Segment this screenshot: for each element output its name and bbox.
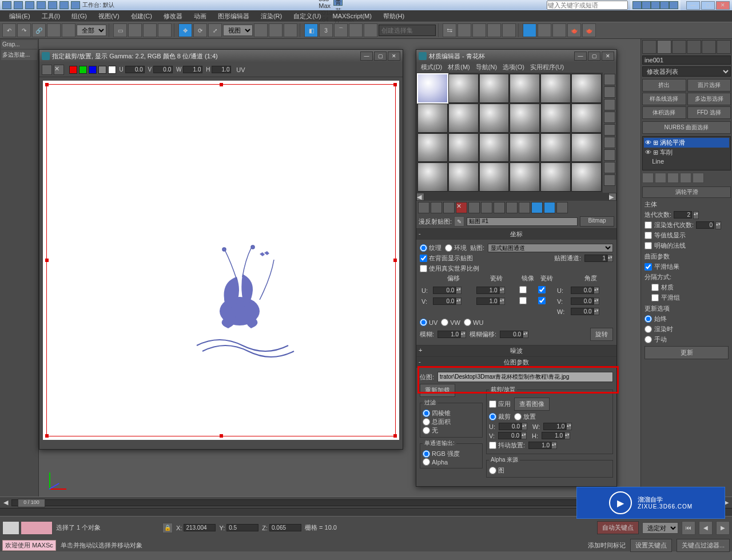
sample-slot[interactable] — [479, 74, 510, 103]
keyboard-shortcut-icon[interactable] — [284, 23, 297, 37]
go-forward-icon[interactable] — [556, 202, 568, 213]
filter-pyramid-radio[interactable] — [423, 410, 430, 417]
minimize-button[interactable]: — — [686, 1, 700, 10]
mtl-id-icon[interactable] — [506, 202, 518, 213]
menu-modifiers[interactable]: 修改器 — [159, 11, 187, 22]
key-filters-button[interactable]: 关键点过滤器... — [677, 539, 730, 552]
select-manip-icon[interactable] — [269, 23, 283, 37]
rotate-button[interactable]: 旋转 — [590, 328, 613, 341]
channel-mono-icon[interactable] — [108, 66, 116, 74]
crop-close-button[interactable]: ✕ — [388, 51, 400, 61]
menu-tools[interactable]: 工具(I) — [37, 11, 65, 22]
tab-graphite[interactable]: Grap... — [1, 40, 37, 49]
link-icon[interactable]: 🔗 — [32, 23, 46, 37]
sample-slot[interactable] — [510, 104, 540, 133]
time-prev-icon[interactable]: ◀ — [3, 499, 8, 506]
stack-show-icon[interactable] — [655, 173, 666, 183]
matmenu-material[interactable]: 材质(M) — [445, 62, 472, 73]
unlink-icon[interactable] — [47, 23, 61, 37]
make-copy-icon[interactable] — [468, 202, 480, 213]
sample-slot[interactable] — [571, 104, 602, 133]
u-tile-input[interactable] — [476, 287, 499, 294]
render-iter-checkbox[interactable] — [645, 221, 652, 229]
menu-views[interactable]: 视图(V) — [94, 11, 124, 22]
crop-minimize-button[interactable]: — — [360, 51, 373, 61]
qat-new-icon[interactable] — [14, 1, 23, 9]
favorites-icon[interactable] — [660, 1, 669, 9]
add-time-tag[interactable]: 添加时间标记 — [588, 541, 626, 550]
select-name-icon[interactable] — [128, 23, 142, 37]
selection-filter[interactable]: 全部 — [77, 25, 106, 36]
u-angle-input[interactable] — [571, 287, 594, 294]
update-manual-radio[interactable] — [645, 336, 652, 343]
window-crossing-icon[interactable] — [158, 23, 172, 37]
menu-customize[interactable]: 自定义(U) — [289, 11, 325, 22]
rollout-noise-header[interactable]: +噪波 — [416, 345, 616, 356]
object-name-input[interactable] — [642, 55, 731, 65]
jitter-checkbox[interactable] — [489, 442, 496, 449]
goto-start-icon[interactable]: ⏮ — [682, 521, 695, 535]
material-editor-menu[interactable]: 模式(D) 材质(M) 导航(N) 选项(O) 实用程序(U) — [416, 62, 616, 73]
align-icon[interactable] — [458, 23, 471, 37]
edit-named-sel-icon[interactable] — [364, 23, 377, 37]
maxscript-mini-listener[interactable] — [2, 521, 19, 535]
sample-slot[interactable] — [417, 162, 448, 192]
sample-slot[interactable] — [571, 162, 602, 192]
sample-slot[interactable] — [540, 104, 571, 133]
infocenter-icon[interactable] — [632, 1, 642, 9]
qat-save-icon[interactable] — [37, 1, 46, 9]
move-icon[interactable]: ✥ — [178, 23, 192, 37]
crop-tool1-icon[interactable] — [42, 65, 52, 75]
channel-b-icon[interactable] — [89, 66, 97, 74]
modifier-stack[interactable]: 👁 ⊞ 涡轮平滑 👁 ⊞ 车削 Line — [642, 136, 731, 170]
show-in-vp-icon[interactable] — [519, 202, 530, 213]
set-key-button[interactable]: 设置关键点 — [630, 539, 672, 552]
put-to-lib-icon[interactable] — [494, 202, 505, 213]
main-toolbar[interactable]: ↶ ↷ 🔗 全部 ▭ ✥ ⟳ ⤢ 视图 ◧ 3 ⌒ ⮀ 🫖 🫖 — [0, 22, 732, 39]
tab-display-icon[interactable] — [702, 40, 716, 54]
video-color-icon[interactable] — [604, 124, 615, 136]
channel-g-icon[interactable] — [79, 66, 87, 74]
real-world-checkbox[interactable] — [420, 265, 427, 272]
tab-utilities-icon[interactable] — [717, 40, 731, 54]
scale-icon[interactable]: ⤢ — [208, 23, 222, 37]
show-end-result-icon[interactable] — [531, 202, 543, 213]
sample-slot[interactable] — [510, 133, 540, 162]
channel-a-icon[interactable] — [98, 66, 106, 74]
jitter-input[interactable] — [528, 442, 551, 449]
blur-offset-input[interactable] — [500, 331, 523, 338]
tab-motion-icon[interactable] — [687, 40, 701, 54]
apply-crop-checkbox[interactable] — [489, 400, 496, 408]
show-on-back-checkbox[interactable] — [420, 255, 427, 262]
sample-slot[interactable] — [417, 133, 448, 162]
go-parent-icon[interactable] — [544, 202, 555, 213]
reload-button[interactable]: 重新加载 — [420, 384, 455, 397]
curve-editor-icon[interactable] — [487, 23, 501, 37]
key-filters-select[interactable]: 选定对 — [642, 522, 678, 534]
crop-maximize-button[interactable]: ▢ — [374, 51, 387, 61]
sample-slot[interactable] — [510, 74, 540, 103]
rotate-icon[interactable]: ⟳ — [193, 23, 207, 37]
redo-icon[interactable]: ↷ — [17, 23, 31, 37]
menu-group[interactable]: 组(G) — [67, 11, 92, 22]
update-render-radio[interactable] — [645, 325, 652, 333]
channel-r-icon[interactable] — [69, 66, 77, 74]
mat-close-button[interactable]: ✕ — [602, 51, 614, 61]
crop-h-input[interactable] — [212, 66, 231, 73]
sample-slot[interactable] — [571, 74, 602, 103]
sep-material-checkbox[interactable] — [651, 284, 659, 291]
coord-z-input[interactable] — [269, 524, 301, 531]
put-to-scene-icon[interactable] — [431, 202, 442, 213]
slot-scroll-left[interactable]: ◀ — [416, 193, 424, 201]
menu-edit[interactable]: 编辑(E) — [5, 11, 35, 22]
schematic-icon[interactable] — [502, 23, 516, 37]
stack-unique-icon[interactable] — [667, 173, 679, 183]
maximize-button[interactable]: ▢ — [701, 1, 715, 10]
sample-slot[interactable] — [448, 162, 479, 192]
matmenu-mode[interactable]: 模式(D) — [419, 62, 444, 73]
workspace-label[interactable]: 工作台: 默认 — [82, 1, 114, 9]
bmp-h-input[interactable] — [542, 432, 564, 439]
v-angle-input[interactable] — [571, 297, 594, 305]
crop-u-input[interactable] — [125, 66, 145, 73]
rendered-frame-icon[interactable] — [552, 23, 566, 37]
